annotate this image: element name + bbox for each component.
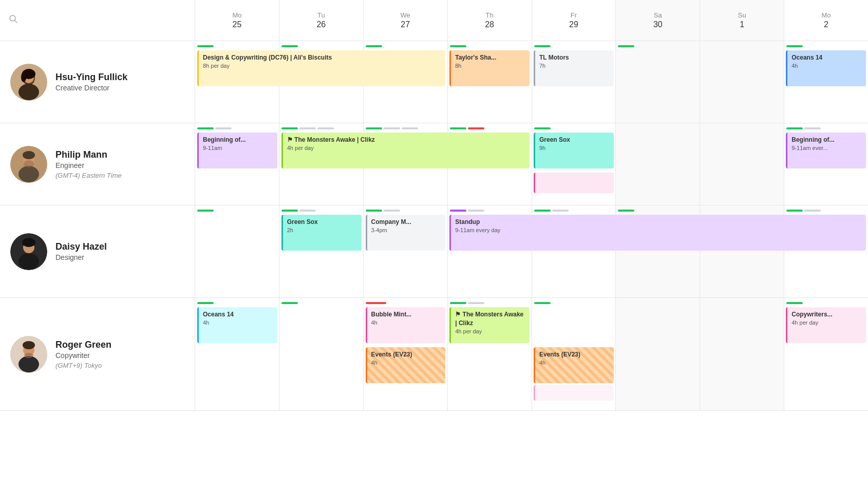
person-details-hsu-ying: Hsu-Ying Fullick Creative Director: [55, 72, 127, 92]
day-su-roger: [700, 298, 784, 410]
person-row-roger: Roger Green Copywriter (GMT+9) Tokyo: [0, 298, 868, 411]
person-role-roger: Copywriter: [55, 351, 111, 360]
person-tz-roger: (GMT+9) Tokyo: [55, 362, 111, 369]
person-row-daisy: Daisy Hazel Designer: [0, 205, 868, 298]
day-col-we27: We 27: [364, 0, 448, 41]
event-beginning-philip-mo[interactable]: Beginning of... 9-11am: [195, 133, 279, 168]
day-sa-philip: [616, 123, 700, 205]
event-oceans14-roger[interactable]: Oceans 14 4h: [195, 307, 279, 343]
person-info-hsu-ying: Hsu-Ying Fullick Creative Director: [0, 41, 195, 123]
day-col-fr29: Fr 29: [532, 0, 616, 41]
day-sa-roger: [616, 298, 700, 410]
person-info-philip: Philip Mann Engineer (GMT-4) Eastern Tim…: [0, 123, 195, 205]
calendar-philip: Beginning of... 9-11am ⚑ The Monsters Aw…: [195, 123, 868, 205]
event-pink-fr-philip[interactable]: [532, 173, 616, 193]
day-col-mo25: Mo 25: [195, 0, 279, 41]
svg-point-12: [23, 151, 35, 159]
svg-point-21: [23, 341, 35, 349]
calendar-roger: Oceans 14 4h Bubble Mint... 4h Events (E…: [195, 298, 868, 410]
event-company-daisy[interactable]: Company M... 3-4pm: [364, 215, 448, 251]
day-name: Mo: [232, 11, 241, 19]
event-bubble-mint-roger[interactable]: Bubble Mint... 4h: [364, 307, 448, 343]
day-col-tu26: Tu 26: [279, 0, 364, 41]
event-tl-motors[interactable]: TL Motors 7h: [532, 50, 616, 86]
svg-point-16: [22, 238, 35, 247]
event-copywriters-roger[interactable]: Copywriters... 4h per day: [784, 307, 868, 343]
people-rows: Hsu-Ying Fullick Creative Director: [0, 41, 868, 489]
event-beginning-philip-mo2[interactable]: Beginning of... 9-11am ever...: [784, 133, 868, 168]
svg-point-4: [18, 84, 39, 100]
event-monsters-awake-roger[interactable]: ⚑ The Monsters Awake | Clikz 4h per day: [447, 307, 532, 343]
event-taylors[interactable]: Taylor's Sha... 8h: [447, 50, 532, 86]
day-col-mo2: Mo 2: [784, 0, 868, 41]
event-greensox-daisy[interactable]: Green Sox 2h: [279, 215, 364, 251]
calendar-hsu-ying: Design & Copywriting (DC76) | Ali's Bisc…: [195, 41, 868, 123]
calendar-daisy: Green Sox 2h Company M... 3-4pm Standup …: [195, 205, 868, 297]
day-su-hsu: [700, 41, 784, 123]
person-role-hsu-ying: Creative Director: [55, 84, 127, 92]
header-days: Mo 25 Tu 26 We 27 Th 28 Fr 29 Sa 30: [195, 0, 868, 41]
event-pink-bottom-roger[interactable]: [532, 385, 616, 401]
day-col-sa30: Sa 30: [616, 0, 700, 41]
person-info-roger: Roger Green Copywriter (GMT+9) Tokyo: [0, 298, 195, 410]
day-tu-roger: [279, 298, 364, 410]
event-greensox-philip[interactable]: Green Sox 9h: [532, 133, 616, 168]
avatar-roger: [10, 336, 47, 373]
person-details-roger: Roger Green Copywriter (GMT+9) Tokyo: [55, 340, 111, 369]
day-col-su1: Su 1: [700, 0, 784, 41]
person-details-philip: Philip Mann Engineer (GMT-4) Eastern Tim…: [55, 149, 122, 179]
svg-point-15: [18, 253, 39, 270]
person-tz-philip: (GMT-4) Eastern Time: [55, 172, 122, 179]
svg-point-10: [18, 166, 39, 182]
day-mo-daisy: [195, 205, 279, 297]
event-oceans14-hsu[interactable]: Oceans 14 4h: [784, 50, 868, 86]
person-name-philip: Philip Mann: [55, 149, 122, 160]
event-ev23-fr-roger[interactable]: Events (EV23) 4h: [532, 347, 616, 383]
event-standup-daisy[interactable]: Standup 9-11am every day: [447, 215, 868, 251]
event-ev23-we-roger[interactable]: Events (EV23) 4h: [364, 347, 448, 383]
person-name-daisy: Daisy Hazel: [55, 241, 107, 252]
person-row-philip: Philip Mann Engineer (GMT-4) Eastern Tim…: [0, 123, 868, 205]
person-info-daisy: Daisy Hazel Designer: [0, 205, 195, 297]
day-sa-hsu: [616, 41, 700, 123]
day-col-th28: Th 28: [448, 0, 532, 41]
person-details-daisy: Daisy Hazel Designer: [55, 241, 107, 261]
day-num: 25: [233, 20, 242, 29]
avatar-philip: [10, 146, 47, 183]
event-design-copywriting[interactable]: Design & Copywriting (DC76) | Ali's Bisc…: [195, 50, 447, 86]
person-row-hsu-ying: Hsu-Ying Fullick Creative Director: [0, 41, 868, 123]
svg-point-11: [24, 160, 34, 167]
event-monsters-awake-philip[interactable]: ⚑ The Monsters Awake | Clikz 4h per day: [279, 133, 532, 168]
avatar-hsu-ying: [10, 64, 47, 101]
svg-line-1: [15, 21, 17, 23]
person-name-roger: Roger Green: [55, 340, 111, 350]
avatar-daisy: [10, 233, 47, 270]
person-role-daisy: Designer: [55, 253, 107, 261]
person-role-philip: Engineer: [55, 161, 122, 170]
svg-point-19: [18, 356, 39, 372]
day-su-philip: [700, 123, 784, 205]
svg-point-7: [21, 72, 26, 82]
header-left: [0, 0, 195, 41]
search-icon[interactable]: [8, 14, 18, 27]
person-name-hsu-ying: Hsu-Ying Fullick: [55, 72, 127, 83]
svg-point-20: [24, 353, 33, 358]
